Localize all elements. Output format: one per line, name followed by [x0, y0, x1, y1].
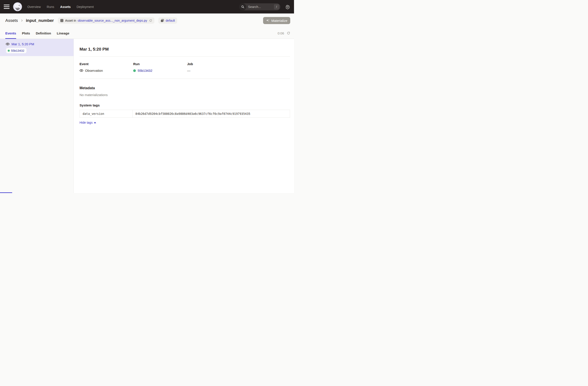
page-title: input_number	[26, 18, 54, 23]
system-tags-table: data_version 84b26d7d9204cbf588026c8a988…	[80, 110, 290, 118]
asset-definition-pill: Asset in observable_source_ass..._non_ar…	[58, 18, 154, 24]
settings-gear-icon[interactable]	[285, 4, 290, 9]
chevron-right-icon	[20, 19, 23, 22]
event-detail-title: Mar 1, 5:20 PM	[80, 47, 290, 52]
system-tags-header: System tags	[80, 103, 290, 107]
search-input[interactable]: Search... /	[239, 3, 280, 10]
top-navigation-bar: Overview Runs Assets Deployment Search..…	[0, 0, 294, 14]
metadata-empty-text: No materializations	[80, 93, 290, 97]
observation-eye-icon	[80, 69, 83, 72]
breadcrumb-assets-link[interactable]: Assets	[5, 18, 18, 23]
run-id-label: 55b13432	[11, 49, 24, 52]
divider	[80, 56, 290, 57]
materialize-button[interactable]: Materialize	[263, 17, 290, 24]
asset-grid-icon	[60, 19, 63, 22]
asset-tabs: Events Plots Definition Lineage 0:06	[0, 28, 294, 39]
materialize-label: Materialize	[271, 19, 287, 22]
tab-plots[interactable]: Plots	[22, 28, 30, 39]
group-default-link[interactable]: default	[166, 19, 175, 22]
asset-in-label: Asset in	[65, 19, 76, 22]
search-icon	[239, 3, 246, 10]
nav-assets[interactable]: Assets	[60, 5, 71, 9]
job-empty-value: —	[187, 69, 190, 72]
sparkle-icon	[266, 19, 270, 22]
refresh-countdown: 0:06	[278, 31, 284, 35]
event-timestamp: Mar 1, 5:20 PM	[11, 42, 34, 46]
nav-deployment[interactable]: Deployment	[77, 5, 94, 9]
asset-group-icon	[161, 19, 164, 22]
breadcrumb: Assets input_number Asset in observable_…	[0, 14, 294, 28]
event-type-value: Observation	[85, 69, 103, 72]
job-column-header: Job	[187, 62, 290, 66]
group-pill[interactable]: default	[158, 18, 177, 24]
caret-up-icon	[94, 122, 96, 123]
event-column-header: Event	[80, 62, 133, 66]
refresh-icon[interactable]	[287, 31, 290, 35]
divider	[80, 79, 290, 79]
event-detail-panel: Mar 1, 5:20 PM Event Observation Run	[74, 39, 294, 193]
run-id-pill[interactable]: 55b13432	[6, 48, 26, 53]
run-id-link[interactable]: 55b13432	[138, 69, 152, 72]
nav-runs[interactable]: Runs	[47, 5, 54, 9]
dagster-logo-icon[interactable]	[13, 2, 22, 11]
run-column-header: Run	[133, 62, 187, 66]
tab-events[interactable]: Events	[5, 28, 16, 39]
nav-overview[interactable]: Overview	[27, 5, 41, 9]
menu-icon[interactable]	[4, 5, 9, 9]
horizontal-scroll-indicator[interactable]	[0, 192, 12, 193]
search-shortcut-badge: /	[274, 4, 279, 9]
table-row: data_version 84b26d7d9204cbf588026c8a988…	[80, 110, 290, 118]
run-status-dot	[8, 50, 10, 52]
event-list-item[interactable]: Mar 1, 5:20 PM 55b13432	[0, 39, 74, 56]
observation-eye-icon	[6, 42, 9, 46]
tab-definition[interactable]: Definition	[36, 28, 51, 39]
reload-definition-icon[interactable]	[149, 19, 152, 22]
tag-key-cell: data_version	[80, 110, 132, 118]
code-location-link[interactable]: observable_source_ass..._non_argument_de…	[78, 19, 147, 22]
run-status-dot	[133, 69, 136, 72]
tag-value-cell: 84b26d7d9204cbf588026c8a9886d403a6c9637c…	[132, 110, 290, 118]
metadata-header: Metadata	[80, 86, 290, 90]
tab-lineage[interactable]: Lineage	[57, 28, 69, 39]
hide-tags-label: Hide tags	[80, 121, 93, 124]
search-placeholder: Search...	[248, 5, 274, 9]
hide-tags-link[interactable]: Hide tags	[80, 121, 96, 124]
events-sidebar: Mar 1, 5:20 PM 55b13432	[0, 39, 74, 193]
primary-nav: Overview Runs Assets Deployment	[27, 5, 94, 9]
